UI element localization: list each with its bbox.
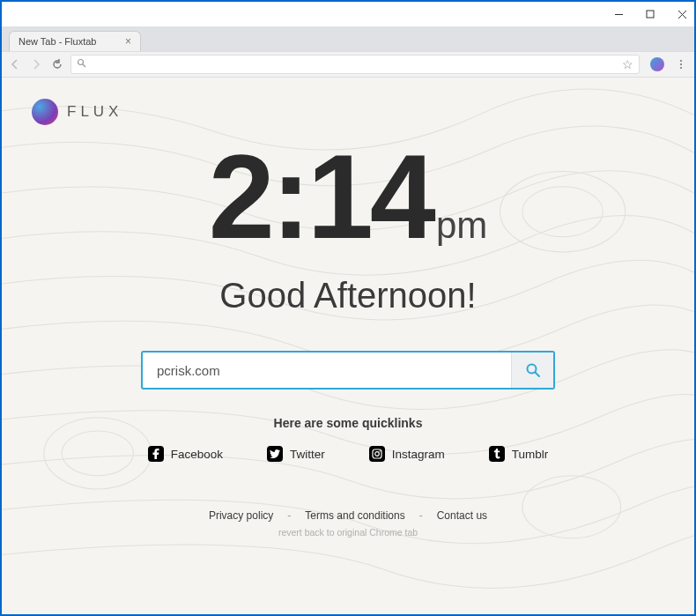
toolbar-right bbox=[645, 56, 689, 72]
search-input[interactable] bbox=[143, 353, 511, 388]
svg-rect-16 bbox=[373, 449, 381, 458]
browser-window: New Tab - Fluxtab × ☆ bbox=[2, 2, 694, 614]
menu-button[interactable] bbox=[673, 56, 689, 72]
clock-time: 2:14 bbox=[209, 137, 433, 256]
quicklink-tumblr[interactable]: Tumblr bbox=[489, 446, 549, 462]
quicklinks-row: Facebook Twitter Instagram bbox=[148, 446, 549, 462]
brand-logo-icon bbox=[32, 99, 58, 125]
svg-line-15 bbox=[535, 373, 539, 377]
search-form bbox=[141, 351, 555, 390]
svg-point-7 bbox=[680, 63, 682, 65]
twitter-icon bbox=[267, 446, 283, 462]
footer-links: Privacy policy - Terms and conditions - … bbox=[209, 509, 487, 522]
quicklink-label: Tumblr bbox=[512, 448, 549, 461]
svg-point-6 bbox=[680, 60, 682, 62]
minimize-button[interactable] bbox=[613, 9, 624, 19]
svg-point-8 bbox=[680, 67, 682, 69]
browser-tab[interactable]: New Tab - Fluxtab × bbox=[9, 31, 141, 51]
contact-link[interactable]: Contact us bbox=[437, 509, 487, 522]
privacy-link[interactable]: Privacy policy bbox=[209, 509, 273, 522]
quicklink-label: Facebook bbox=[171, 448, 223, 461]
toolbar: ☆ bbox=[2, 51, 694, 78]
brand-name: FLUX bbox=[67, 103, 122, 121]
search-icon bbox=[77, 58, 86, 71]
separator: - bbox=[419, 509, 423, 522]
svg-point-17 bbox=[374, 452, 379, 456]
facebook-icon bbox=[148, 446, 164, 462]
greeting-text: Good Afternoon! bbox=[219, 276, 476, 315]
maximize-button[interactable] bbox=[645, 9, 655, 19]
window-titlebar bbox=[2, 2, 694, 26]
address-bar[interactable]: ☆ bbox=[70, 55, 640, 74]
clock-ampm: pm bbox=[436, 204, 487, 247]
close-button[interactable] bbox=[677, 9, 687, 19]
svg-point-4 bbox=[78, 60, 84, 65]
svg-line-5 bbox=[83, 64, 85, 67]
quicklink-instagram[interactable]: Instagram bbox=[369, 446, 445, 462]
search-icon bbox=[525, 362, 541, 378]
quicklink-facebook[interactable]: Facebook bbox=[148, 446, 223, 462]
tab-bar: New Tab - Fluxtab × bbox=[2, 26, 694, 51]
quicklink-label: Twitter bbox=[290, 448, 325, 461]
main-panel: FLUX 2:14 pm Good Afternoon! Here are so… bbox=[2, 78, 694, 614]
clock: 2:14 pm bbox=[209, 137, 488, 256]
separator: - bbox=[287, 509, 291, 522]
svg-rect-1 bbox=[647, 11, 654, 18]
quicklinks-heading: Here are some quicklinks bbox=[274, 416, 423, 430]
svg-point-18 bbox=[379, 450, 380, 451]
tumblr-icon bbox=[489, 446, 505, 462]
reload-button[interactable] bbox=[49, 56, 65, 72]
bookmark-star-icon[interactable]: ☆ bbox=[622, 57, 633, 71]
terms-link[interactable]: Terms and conditions bbox=[305, 509, 404, 522]
page-content: FLUX 2:14 pm Good Afternoon! Here are so… bbox=[2, 78, 694, 614]
revert-link[interactable]: revert back to original Chrome tab bbox=[278, 527, 418, 538]
back-button[interactable] bbox=[7, 56, 23, 72]
brand: FLUX bbox=[32, 99, 122, 125]
tab-close-icon[interactable]: × bbox=[125, 35, 131, 48]
search-button[interactable] bbox=[511, 353, 553, 388]
instagram-icon bbox=[369, 446, 385, 462]
quicklink-label: Instagram bbox=[392, 448, 445, 461]
extension-icon[interactable] bbox=[650, 57, 664, 71]
quicklink-twitter[interactable]: Twitter bbox=[267, 446, 325, 462]
forward-button[interactable] bbox=[28, 56, 44, 72]
tab-title: New Tab - Fluxtab bbox=[19, 36, 96, 47]
